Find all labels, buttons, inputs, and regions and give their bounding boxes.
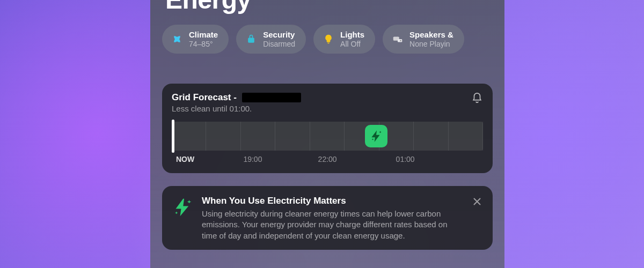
timeline-segment bbox=[241, 122, 275, 151]
speakers-icon bbox=[391, 33, 404, 46]
lights-pill[interactable]: Lights All Off bbox=[313, 25, 375, 54]
timeline-segment bbox=[310, 122, 345, 151]
timeline-label-now: NOW bbox=[176, 155, 194, 163]
energy-tip-card: When You Use Electricity Matters Using e… bbox=[162, 186, 493, 250]
timeline-segment bbox=[172, 122, 206, 151]
close-icon[interactable] bbox=[471, 196, 483, 207]
security-pill[interactable]: Security Disarmed bbox=[236, 25, 306, 54]
page-title: Energy bbox=[165, 0, 251, 14]
climate-label: Climate bbox=[189, 30, 218, 39]
climate-pill[interactable]: Climate 74–85° bbox=[162, 25, 229, 54]
security-labels: Security Disarmed bbox=[263, 30, 295, 48]
tip-body: When You Use Electricity Matters Using e… bbox=[202, 196, 463, 241]
climate-labels: Climate 74–85° bbox=[189, 30, 218, 48]
svg-point-3 bbox=[400, 40, 401, 41]
lights-labels: Lights All Off bbox=[340, 30, 364, 48]
forecast-title: Grid Forecast - bbox=[172, 92, 237, 103]
lights-label: Lights bbox=[340, 30, 364, 39]
security-label: Security bbox=[263, 30, 295, 39]
lock-icon bbox=[245, 33, 258, 46]
fan-icon bbox=[171, 33, 184, 46]
forecast-title-row: Grid Forecast - bbox=[172, 92, 301, 103]
timeline-label: 22:00 bbox=[318, 155, 337, 163]
svg-point-0 bbox=[176, 38, 178, 40]
timeline-segment bbox=[206, 122, 240, 151]
forecast-header: Grid Forecast - Less clean until 01:00. bbox=[172, 92, 483, 113]
forecast-subtitle: Less clean until 01:00. bbox=[172, 104, 301, 113]
timeline-label: 01:00 bbox=[396, 155, 415, 163]
forecast-timeline[interactable] bbox=[172, 122, 483, 151]
redacted-location bbox=[242, 93, 301, 102]
speakers-pill[interactable]: Speakers & None Playin bbox=[383, 25, 464, 54]
security-value: Disarmed bbox=[263, 40, 295, 48]
bell-icon[interactable] bbox=[471, 92, 483, 104]
tip-title: When You Use Electricity Matters bbox=[202, 196, 463, 206]
lights-value: All Off bbox=[340, 40, 364, 48]
clean-energy-marker bbox=[365, 125, 387, 147]
tip-text: Using electricity during cleaner energy … bbox=[202, 209, 463, 241]
speakers-value: None Playin bbox=[409, 40, 453, 48]
speakers-labels: Speakers & None Playin bbox=[409, 30, 453, 48]
timeline-segment bbox=[275, 122, 310, 151]
speakers-label: Speakers & bbox=[409, 30, 453, 39]
now-indicator bbox=[172, 120, 174, 153]
energy-panel: Energy Climate 74–85° Security Disarmed bbox=[150, 0, 504, 268]
lightbulb-icon bbox=[322, 33, 335, 46]
svg-rect-2 bbox=[398, 39, 402, 42]
climate-value: 74–85° bbox=[189, 40, 218, 48]
grid-forecast-card[interactable]: Grid Forecast - Less clean until 01:00. bbox=[162, 84, 493, 173]
timeline-label: 19:00 bbox=[243, 155, 262, 163]
timeline-segment bbox=[449, 122, 483, 151]
timeline-segment bbox=[414, 122, 448, 151]
timeline-labels: NOW 19:00 22:00 01:00 bbox=[172, 155, 483, 166]
clean-energy-icon bbox=[172, 197, 193, 218]
